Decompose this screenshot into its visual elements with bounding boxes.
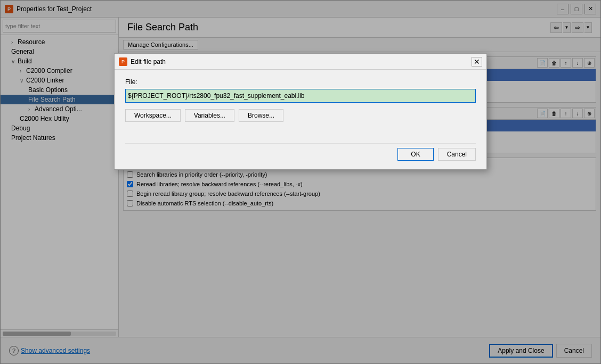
- variables-button[interactable]: Variables...: [185, 109, 234, 122]
- modal-title: Edit file path: [131, 58, 472, 65]
- modal-footer: OK Cancel: [125, 143, 476, 161]
- modal-dialog: P Edit file path ✕ File: Workspace... Va…: [114, 53, 487, 170]
- modal-action-buttons: Workspace... Variables... Browse...: [125, 109, 476, 122]
- modal-file-label: File:: [125, 78, 476, 86]
- modal-icon: P: [119, 57, 127, 66]
- modal-titlebar: P Edit file path ✕: [115, 54, 486, 70]
- modal-close-button[interactable]: ✕: [472, 57, 482, 67]
- browse-button[interactable]: Browse...: [239, 109, 283, 122]
- modal-ok-button[interactable]: OK: [397, 148, 433, 161]
- modal-file-input[interactable]: [125, 89, 476, 103]
- modal-overlay: P Edit file path ✕ File: Workspace... Va…: [0, 0, 601, 364]
- workspace-button[interactable]: Workspace...: [125, 109, 181, 122]
- modal-cancel-button[interactable]: Cancel: [438, 148, 476, 161]
- modal-body: File: Workspace... Variables... Browse..…: [115, 70, 486, 169]
